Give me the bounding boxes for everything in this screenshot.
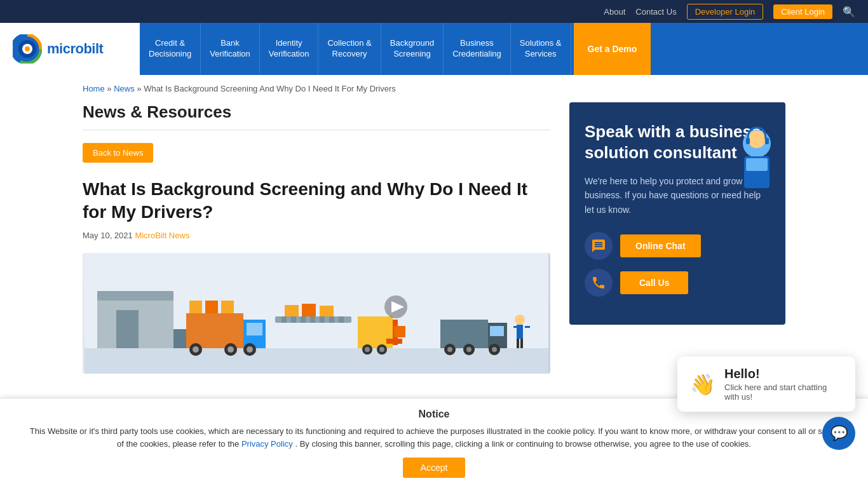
- svg-rect-30: [285, 305, 299, 316]
- svg-rect-21: [221, 301, 234, 313]
- article-meta: May 10, 2021 MicroBilt News: [83, 231, 550, 240]
- svg-point-16: [227, 346, 234, 353]
- about-link[interactable]: About: [604, 7, 625, 17]
- svg-point-18: [247, 346, 253, 353]
- svg-point-45: [447, 347, 452, 352]
- breadcrumb-sep1: »: [107, 84, 114, 93]
- consultant-card: Speak with a business solution consultan…: [569, 102, 785, 325]
- article-date: May 10, 2021: [83, 231, 133, 240]
- svg-rect-10: [186, 313, 243, 348]
- svg-rect-7: [97, 291, 173, 301]
- svg-rect-63: [765, 138, 769, 144]
- nav-item-bank[interactable]: BankVerification: [201, 23, 260, 75]
- article-title: What Is Background Screening and Why Do …: [83, 178, 550, 224]
- nav-item-solutions[interactable]: Solutions &Services: [511, 23, 571, 75]
- developer-login-button[interactable]: Developer Login: [687, 4, 764, 20]
- article-image: [83, 253, 550, 374]
- svg-rect-12: [247, 323, 262, 336]
- nav-item-collection[interactable]: Collection &Recovery: [318, 23, 381, 75]
- svg-rect-55: [520, 339, 523, 348]
- call-us-button[interactable]: Call Us: [620, 271, 688, 294]
- nav-item-identity[interactable]: IdentityVerification: [260, 23, 319, 75]
- svg-rect-43: [490, 326, 504, 336]
- svg-rect-20: [205, 301, 218, 313]
- article-illustration: [83, 253, 550, 374]
- main-content: News & Resources Back to News What Is Ba…: [0, 102, 868, 399]
- svg-rect-29: [339, 316, 344, 323]
- svg-rect-8: [116, 310, 139, 348]
- nav-item-credit[interactable]: Credit &Decisioning: [140, 23, 201, 75]
- svg-rect-5: [85, 348, 548, 374]
- right-column: Speak with a business solution consultan…: [569, 102, 785, 374]
- logo-text: microbilt: [47, 41, 103, 57]
- nav-items: Credit &Decisioning BankVerification Ide…: [140, 23, 868, 75]
- breadcrumb: Home » News » What Is Background Screeni…: [0, 75, 868, 102]
- svg-rect-26: [310, 316, 315, 323]
- article-author-link[interactable]: MicroBilt News: [135, 231, 189, 240]
- get-demo-button[interactable]: Get a Demo: [574, 23, 651, 75]
- svg-rect-35: [386, 339, 402, 344]
- svg-point-50: [515, 315, 525, 325]
- svg-point-49: [492, 347, 497, 352]
- svg-rect-23: [281, 316, 287, 323]
- breadcrumb-current: What Is Background Screening And Why Do …: [144, 84, 396, 93]
- nav-item-business[interactable]: BusinessCredentialing: [444, 23, 511, 75]
- breadcrumb-home[interactable]: Home: [83, 84, 105, 93]
- chat-hello: Hello!: [724, 367, 843, 381]
- svg-rect-24: [291, 316, 296, 323]
- chat-message: Click here and start chatting with us!: [724, 383, 843, 399]
- logo-area[interactable]: microbilt: [0, 23, 140, 75]
- online-chat-action: Online Chat: [585, 232, 770, 260]
- svg-point-39: [379, 347, 384, 352]
- left-column: News & Resources Back to News What Is Ba…: [83, 102, 550, 374]
- breadcrumb-news[interactable]: News: [114, 84, 135, 93]
- client-login-button[interactable]: Client Login: [773, 4, 832, 19]
- search-icon[interactable]: 🔍: [843, 6, 855, 18]
- svg-rect-41: [440, 320, 488, 348]
- svg-rect-25: [301, 316, 306, 323]
- svg-rect-52: [513, 326, 519, 328]
- nav-item-background[interactable]: BackgroundScreening: [381, 23, 444, 75]
- phone-icon: [585, 269, 613, 297]
- consultant-avatar: [715, 121, 779, 198]
- svg-rect-27: [320, 316, 325, 323]
- svg-point-14: [193, 346, 199, 353]
- svg-rect-31: [302, 304, 316, 316]
- back-to-news-button[interactable]: Back to News: [83, 143, 153, 163]
- logo-icon: [13, 34, 42, 64]
- svg-rect-61: [746, 158, 768, 171]
- svg-rect-28: [329, 316, 334, 323]
- chat-icon: [585, 232, 613, 260]
- svg-point-37: [365, 347, 370, 352]
- svg-rect-62: [746, 138, 750, 144]
- section-title: News & Resources: [83, 102, 550, 130]
- svg-rect-40: [394, 326, 405, 337]
- svg-point-47: [466, 347, 471, 352]
- wave-icon: 👋: [690, 372, 715, 396]
- svg-rect-32: [320, 306, 334, 316]
- top-bar: About Contact Us Developer Login Client …: [0, 0, 868, 23]
- chat-popup[interactable]: 👋 Hello! Click here and start chatting w…: [677, 356, 855, 399]
- svg-point-3: [25, 46, 30, 51]
- call-action: Call Us: [585, 269, 770, 297]
- svg-rect-53: [525, 326, 530, 328]
- breadcrumb-sep2: »: [137, 84, 144, 93]
- svg-rect-19: [189, 301, 202, 313]
- navbar: microbilt Credit &Decisioning BankVerifi…: [0, 23, 868, 75]
- online-chat-button[interactable]: Online Chat: [620, 234, 701, 257]
- svg-rect-54: [517, 339, 519, 348]
- chat-popup-text: Hello! Click here and start chatting wit…: [724, 367, 843, 399]
- contact-us-link[interactable]: Contact Us: [635, 7, 676, 17]
- svg-point-59: [748, 130, 766, 148]
